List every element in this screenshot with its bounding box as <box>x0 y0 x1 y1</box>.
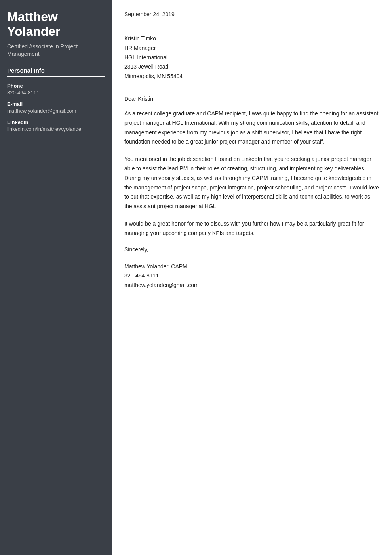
phone-label: Phone <box>7 83 105 89</box>
personal-info-header: Personal Info <box>7 67 105 77</box>
applicant-name: Matthew Yolander <box>7 10 105 39</box>
sig-name: Matthew Yolander, CAPM <box>124 262 379 272</box>
letter-content: September 24, 2019 Kristin Timko HR Mana… <box>112 0 392 555</box>
letter-date: September 24, 2019 <box>124 11 379 17</box>
linkedin-value: linkedin.com/in/matthew.yolander <box>7 126 105 132</box>
recipient-address: 2313 Jewell Road <box>124 62 379 72</box>
letter-signature: Matthew Yolander, CAPM 320-464-8111 matt… <box>124 262 379 290</box>
applicant-title: Certified Associate in Project Managemen… <box>7 43 105 58</box>
letter-salutation: Dear Kristin: <box>124 96 379 102</box>
email-label: E-mail <box>7 101 105 107</box>
letter-paragraph-1: As a recent college graduate and CAPM re… <box>124 109 379 147</box>
letter-paragraph-3: It would be a great honor for me to disc… <box>124 219 379 238</box>
recipient-title: HR Manager <box>124 44 379 53</box>
letter-closing: Sincerely, <box>124 246 379 253</box>
recipient-name: Kristin Timko <box>124 34 379 44</box>
sig-phone: 320-464-8111 <box>124 271 379 281</box>
linkedin-label: LinkedIn <box>7 119 105 125</box>
linkedin-item: LinkedIn linkedin.com/in/matthew.yolande… <box>7 119 105 132</box>
email-value: matthew.yolander@gmail.com <box>7 108 105 114</box>
sig-email: matthew.yolander@gmail.com <box>124 281 379 290</box>
recipient-company: HGL International <box>124 53 379 63</box>
letter-paragraph-2: You mentioned in the job description I f… <box>124 155 379 211</box>
recipient-block: Kristin Timko HR Manager HGL Internation… <box>124 34 379 81</box>
phone-value: 320-464-8111 <box>7 90 105 96</box>
recipient-city: Minneapolis, MN 55404 <box>124 72 379 81</box>
phone-item: Phone 320-464-8111 <box>7 83 105 96</box>
email-item: E-mail matthew.yolander@gmail.com <box>7 101 105 114</box>
sidebar: Matthew Yolander Certified Associate in … <box>0 0 112 555</box>
